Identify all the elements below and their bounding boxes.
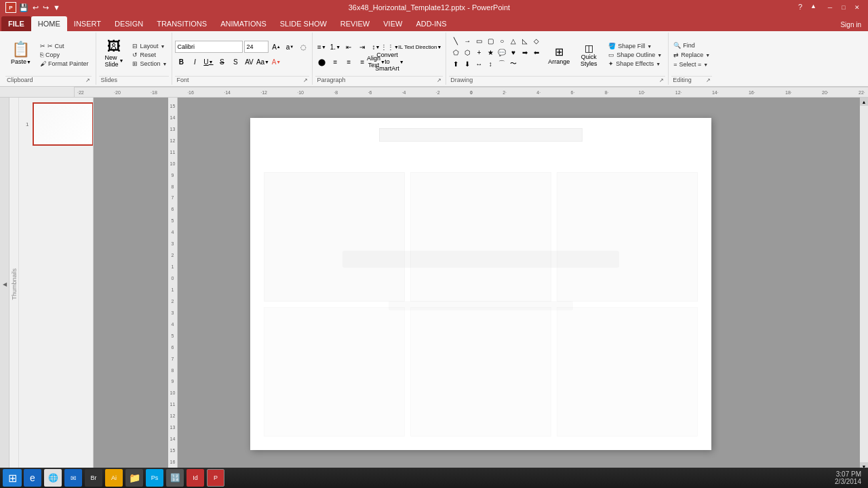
scroll-up-button[interactable]: ▲ [860,98,868,106]
customize-qat-button[interactable]: ▼ [53,3,60,12]
shape-outline-button[interactable]: ▭ Shape Outline ▼ [606,51,664,59]
shape-right-arrow[interactable]: ➡ [519,47,530,58]
drawing-expand-icon[interactable]: ↗ [659,77,664,83]
bullets-button[interactable]: ≡▼ [315,41,328,53]
replace-button[interactable]: ⇄ Replace ▼ [671,51,712,59]
tab-view[interactable]: VIEW [376,16,409,31]
font-family-input[interactable] [175,41,243,53]
paste-button[interactable]: 📋 Paste▼ [5,34,37,72]
tab-home[interactable]: HOME [31,16,67,31]
taskbar-explorer[interactable]: 📁 [125,469,143,487]
shape-freeform[interactable]: 〜 [508,58,519,69]
shape-plus[interactable]: + [473,47,484,58]
taskbar-bridge[interactable]: Br [85,469,102,487]
shape-rect[interactable]: ▭ [473,35,484,46]
tab-slideshow[interactable]: SLIDE SHOW [273,16,334,31]
clipboard-expand-icon[interactable]: ↗ [85,77,90,83]
redo-button[interactable]: ↪ [43,3,49,12]
italic-button[interactable]: I [189,56,201,68]
select-button[interactable]: = Select = ▼ [671,60,710,68]
taskbar-powerpoint[interactable]: P [207,469,224,487]
thumbnail-1[interactable]: 1 [33,102,94,146]
section-button[interactable]: ⊞ Section ▼ [130,60,169,68]
shape-rounded-rect[interactable]: ▢ [485,35,496,46]
slide-canvas[interactable] [250,118,711,450]
tab-insert[interactable]: INSERT [67,16,108,31]
arrange-button[interactable]: ⊞ Arrange [545,36,572,74]
font-expand-icon[interactable]: ↗ [303,77,308,83]
help-icon[interactable]: ? [798,3,802,12]
underline-button[interactable]: U▼ [202,56,214,68]
find-button[interactable]: 🔍 Find [671,41,697,49]
shape-curve[interactable]: ⌒ [496,58,507,69]
taskbar-chrome[interactable]: 🌐 [44,469,62,487]
quick-styles-button[interactable]: ◫ QuickStyles [574,36,604,74]
shape-arrow[interactable]: → [462,35,473,46]
decrease-indent-button[interactable]: ⇤ [342,41,355,53]
taskbar-photoshop[interactable]: Ps [146,469,163,487]
align-center-button[interactable]: ≡ [329,56,341,68]
close-button[interactable]: ✕ [852,3,863,12]
save-button[interactable]: 💾 [19,3,28,12]
text-shadow-button[interactable]: S [229,56,241,68]
shape-triangle[interactable]: △ [508,35,519,46]
shape-diamond[interactable]: ◇ [531,35,542,46]
strikethrough-button[interactable]: S [216,56,228,68]
shape-fill-button[interactable]: 🪣 Shape Fill ▼ [606,42,664,50]
shape-hexagon[interactable]: ⬡ [462,47,473,58]
editing-expand-icon[interactable]: ↗ [706,77,711,83]
new-slide-button[interactable]: 🖼 NewSlide▼ [99,34,129,72]
shape-oval[interactable]: ○ [496,35,507,46]
increase-font-button[interactable]: A▲ [270,41,282,53]
increase-indent-button[interactable]: ⇥ [356,41,368,53]
restore-button[interactable]: □ [838,3,849,12]
format-painter-button[interactable]: 🖌 Format Painter [38,60,91,68]
signin-button[interactable]: Sign in [833,18,868,31]
taskbar-indesign[interactable]: Id [186,469,204,487]
paragraph-expand-icon[interactable]: ↗ [437,77,441,83]
text-direction-button[interactable]: IL Text Direction▼ [397,43,443,51]
copy-button[interactable]: ⎘ Copy [38,51,91,59]
taskbar-calculator[interactable]: 🔢 [166,469,184,487]
ribbon-collapse-button[interactable]: ▲ [810,3,816,12]
shape-right-triangle[interactable]: ◺ [519,35,530,46]
numbering-button[interactable]: 1.▼ [329,41,341,53]
shape-heart[interactable]: ♥ [508,47,519,58]
tab-file[interactable]: FILE [1,16,31,31]
align-left-button[interactable]: ⬤ [315,56,328,68]
tab-design[interactable]: DESIGN [108,16,150,31]
taskbar-outlook[interactable]: ✉ [64,469,82,487]
change-case-button[interactable]: Aa▼ [256,56,269,68]
shape-up-arrow[interactable]: ⬆ [450,58,461,69]
shape-effects-button[interactable]: ✦ Shape Effects ▼ [606,60,664,68]
clear-format-button[interactable]: ◌ [297,41,309,53]
reset-button[interactable]: ↺ Reset [130,51,169,59]
tab-animations[interactable]: ANIMATIONS [214,16,273,31]
font-spacing-button[interactable]: AV [243,56,255,68]
shape-pentagon[interactable]: ⬠ [450,47,461,58]
tab-transitions[interactable]: TRANSITIONS [150,16,214,31]
cut-button[interactable]: ✂ ✂ Cut [38,42,91,50]
taskbar-ie[interactable]: e [24,469,41,487]
bold-button[interactable]: B [175,56,187,68]
panel-toggle-button[interactable]: ◀ [0,98,9,470]
taskbar-illustrator[interactable]: Ai [105,469,123,487]
scroll-track[interactable] [860,106,868,462]
shape-left-arrow[interactable]: ⬅ [531,47,542,58]
shape-line[interactable]: ╲ [450,35,461,46]
shape-callout[interactable]: 💬 [496,47,507,58]
shape-up-down[interactable]: ↕ [485,58,496,69]
minimize-button[interactable]: ─ [825,3,835,12]
start-button[interactable]: ⊞ [3,469,22,487]
layout-button[interactable]: ⊟ Layout ▼ [130,42,169,50]
font-color-button[interactable]: A▼ [270,56,282,68]
slide-area[interactable]: 151413121110 987654 321012 345678 910111… [94,98,868,470]
shape-down-arrow[interactable]: ⬇ [462,58,473,69]
tab-review[interactable]: REVIEW [334,16,376,31]
align-right-button[interactable]: ≡ [342,56,355,68]
tab-addins[interactable]: ADD-INS [409,16,453,31]
vertical-scrollbar[interactable]: ▲ ▼ [860,98,868,470]
convert-smartart-button[interactable]: Convert to SmartArt▼ [383,56,395,68]
font-size-input[interactable] [244,41,269,53]
shape-left-right[interactable]: ↔ [473,58,484,69]
